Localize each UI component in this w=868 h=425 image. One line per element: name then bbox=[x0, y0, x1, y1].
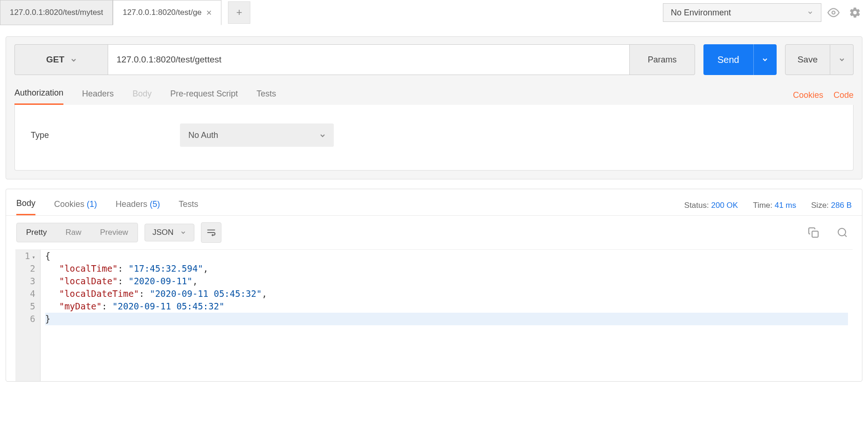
tab-label: 127.0.0.1:8020/test/ge bbox=[123, 8, 201, 17]
view-raw-button[interactable]: Raw bbox=[56, 223, 90, 242]
url-input[interactable] bbox=[108, 44, 630, 75]
response-body-toolbar: Pretty Raw Preview JSON bbox=[6, 216, 862, 249]
cookies-link[interactable]: Cookies bbox=[793, 90, 823, 100]
environment-bar: No Environment bbox=[663, 0, 868, 25]
auth-type-select[interactable]: No Auth bbox=[180, 123, 334, 147]
wrap-lines-button[interactable] bbox=[201, 222, 221, 243]
response-meta: Status: 200 OK Time: 41 ms Size: 286 B bbox=[684, 201, 852, 210]
request-tabs: Authorization Headers Body Pre-request S… bbox=[14, 85, 854, 105]
chevron-down-icon bbox=[70, 56, 76, 63]
tab-response-headers[interactable]: Headers (5) bbox=[116, 197, 160, 215]
auth-type-label: Type bbox=[31, 130, 152, 140]
plus-icon: + bbox=[236, 7, 242, 19]
tab-tests[interactable]: Tests bbox=[256, 86, 276, 104]
line-gutter: 1▾ 2 3 4 5 6 bbox=[15, 250, 41, 381]
size-value: 286 B bbox=[831, 201, 852, 210]
auth-type-selected: No Auth bbox=[188, 130, 218, 140]
time-value: 41 ms bbox=[775, 201, 796, 210]
tab-response-cookies[interactable]: Cookies (1) bbox=[54, 197, 97, 215]
format-select[interactable]: JSON bbox=[145, 224, 194, 241]
authorization-pane: Type No Auth bbox=[14, 105, 854, 171]
send-dropdown[interactable] bbox=[753, 44, 777, 75]
request-tab-0[interactable]: 127.0.0.1:8020/test/mytest bbox=[0, 0, 113, 25]
tab-response-tests[interactable]: Tests bbox=[179, 197, 198, 215]
svg-point-0 bbox=[832, 11, 835, 14]
view-pretty-button[interactable]: Pretty bbox=[17, 223, 56, 242]
status-value: 200 OK bbox=[711, 201, 738, 210]
code-body[interactable]: { "localTime": "17:45:32.594", "localDat… bbox=[41, 250, 853, 381]
response-tabs: Body Cookies (1) Headers (5) Tests Statu… bbox=[6, 189, 862, 216]
chevron-down-icon bbox=[319, 132, 325, 138]
svg-rect-2 bbox=[812, 231, 818, 237]
view-preview-button[interactable]: Preview bbox=[90, 223, 137, 242]
eye-icon[interactable] bbox=[824, 3, 843, 22]
tab-authorization[interactable]: Authorization bbox=[14, 85, 63, 105]
environment-selected: No Environment bbox=[671, 8, 731, 18]
tab-label: 127.0.0.1:8020/test/mytest bbox=[10, 8, 103, 17]
params-button[interactable]: Params bbox=[630, 44, 695, 75]
http-method-select[interactable]: GET bbox=[14, 44, 108, 75]
code-link[interactable]: Code bbox=[834, 90, 854, 100]
request-card: GET Params Send Save Authorization Heade… bbox=[6, 36, 862, 179]
search-icon[interactable] bbox=[833, 223, 852, 242]
request-tab-1[interactable]: 127.0.0.1:8020/test/ge × bbox=[113, 0, 221, 25]
gear-icon[interactable] bbox=[846, 3, 864, 22]
save-button[interactable]: Save bbox=[785, 44, 830, 75]
svg-line-4 bbox=[845, 235, 847, 237]
add-tab-button[interactable]: + bbox=[228, 1, 250, 24]
environment-select[interactable]: No Environment bbox=[663, 3, 821, 22]
svg-point-3 bbox=[838, 228, 846, 236]
tab-pre-request-script[interactable]: Pre-request Script bbox=[170, 86, 238, 104]
response-code: 1▾ 2 3 4 5 6 { "localTime": "17:45:32.59… bbox=[15, 249, 853, 381]
tab-response-body[interactable]: Body bbox=[16, 196, 35, 215]
chevron-down-icon bbox=[807, 9, 813, 16]
response-card: Body Cookies (1) Headers (5) Tests Statu… bbox=[6, 189, 862, 382]
close-icon[interactable]: × bbox=[207, 7, 212, 18]
tab-headers[interactable]: Headers bbox=[82, 86, 114, 104]
tab-body[interactable]: Body bbox=[132, 86, 152, 104]
send-button[interactable]: Send bbox=[703, 44, 753, 75]
copy-icon[interactable] bbox=[804, 223, 823, 242]
view-mode-segment: Pretty Raw Preview bbox=[16, 223, 138, 242]
save-dropdown[interactable] bbox=[830, 44, 854, 75]
http-method-label: GET bbox=[46, 55, 64, 65]
